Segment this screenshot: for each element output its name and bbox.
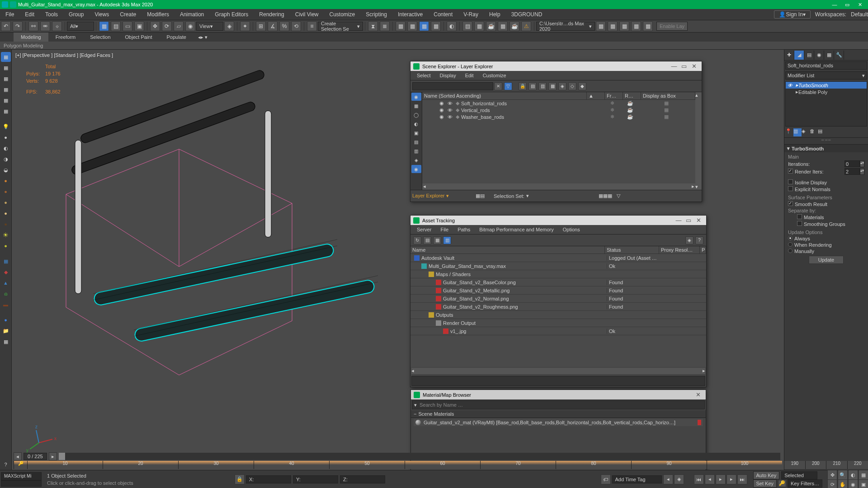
se-col-name[interactable]: Name (Sorted Ascending) xyxy=(422,92,587,99)
ribbon-expand-icon[interactable]: ◂▸ ▾ xyxy=(198,34,208,40)
update-button[interactable]: Update xyxy=(809,256,844,264)
se-filter-icon[interactable]: ▽ xyxy=(504,82,512,90)
at-row[interactable]: Guitar_Stand_v2_Metallic.pngFound xyxy=(410,286,706,295)
angle-snap[interactable]: ∡ xyxy=(268,21,278,31)
manip-button[interactable]: ✦ xyxy=(240,21,250,31)
se-col-frozen[interactable]: Fr… xyxy=(605,92,623,99)
se-fb4[interactable]: ▦ xyxy=(603,193,608,199)
at-row[interactable]: v1_.jpgOk xyxy=(410,327,706,335)
at-help-icon[interactable]: ? xyxy=(695,236,703,244)
se-filter-cam[interactable]: ▣ xyxy=(411,129,421,137)
modifier-list-dropdown[interactable]: Modifier List▾ xyxy=(785,71,867,80)
menu-help[interactable]: Help xyxy=(484,9,506,20)
se-row-0[interactable]: ◉👁◆Soft_horizontal_rods ❄☕▦ xyxy=(422,100,695,107)
at-row[interactable]: Guitar_Stand_v2_BaseColor.pngFound xyxy=(410,278,706,286)
at-menu-options[interactable]: Options xyxy=(558,226,585,233)
at-col-proxy[interactable]: Proxy Resol… xyxy=(659,246,700,253)
play-icon[interactable]: ▸ xyxy=(716,474,726,484)
sel-lock-icon[interactable]: ◈ xyxy=(674,474,684,484)
lt-sphere1[interactable]: ● xyxy=(1,176,11,186)
modify-tab[interactable]: ◢ xyxy=(794,51,804,60)
se-hscroll[interactable]: ◂▸ xyxy=(422,183,695,190)
vray-fb-button[interactable]: ▦ xyxy=(498,21,508,31)
mb-material-item[interactable]: Guitar_stand_v2_mat (VRayMtl) [Base_rod,… xyxy=(414,419,703,426)
menu-civil-view[interactable]: Civil View xyxy=(290,9,324,20)
render-iters-checkbox[interactable] xyxy=(788,169,793,174)
tb-x3[interactable]: ▦ xyxy=(619,21,629,31)
at-col-name[interactable]: Name xyxy=(410,246,605,253)
nav-zoom-ext-icon[interactable]: ▦ xyxy=(859,470,868,480)
at-refresh-icon[interactable]: ↻ xyxy=(413,236,421,244)
nav-pan2-icon[interactable]: ✋ xyxy=(838,479,848,488)
menu-3dground[interactable]: 3DGROUND xyxy=(506,9,548,20)
redo-button[interactable]: ↷ xyxy=(13,21,23,31)
nav-orbit-icon[interactable]: ⟳ xyxy=(827,479,837,488)
se-fb2[interactable]: ▤ xyxy=(480,193,485,199)
sun-icon[interactable]: ☀ xyxy=(1,230,11,240)
lt-select[interactable]: ▦ xyxy=(1,52,11,62)
tl-prev[interactable]: ◂ xyxy=(14,452,22,460)
at-tb3[interactable]: ▦ xyxy=(433,236,441,244)
edit-named-sel[interactable]: ≡ xyxy=(307,21,317,31)
se-tb3[interactable]: ▦ xyxy=(548,82,557,90)
lt-sphere4[interactable]: ● xyxy=(1,208,11,218)
at-row[interactable]: Render Output xyxy=(410,319,706,327)
nav-fov-icon[interactable]: ◐ xyxy=(848,470,858,480)
snap-toggle[interactable]: ⊞ xyxy=(256,21,266,31)
update-render-radio[interactable] xyxy=(788,242,793,247)
update-always-radio[interactable] xyxy=(788,236,793,240)
tab-selection[interactable]: Selection xyxy=(83,33,118,42)
filter-dropdown[interactable]: All ▾ xyxy=(67,22,94,31)
menu-customize[interactable]: Customize xyxy=(324,9,361,20)
key-icon[interactable]: 🔑 xyxy=(778,480,786,487)
at-min[interactable]: — xyxy=(674,217,684,224)
scene-explorer-min[interactable]: — xyxy=(669,63,679,70)
se-menu-customize[interactable]: Customize xyxy=(478,72,511,79)
lt-7[interactable]: ◐ xyxy=(1,143,11,153)
menu-tools[interactable]: Tools xyxy=(40,9,63,20)
tb-x5[interactable]: ▦ xyxy=(643,21,653,31)
lt-4[interactable]: ▦ xyxy=(1,95,11,105)
time-slider-handle[interactable] xyxy=(59,453,65,460)
lt-red[interactable]: ◆ xyxy=(1,267,11,277)
se-filter-light[interactable]: ◐ xyxy=(411,120,421,128)
iterations-spinner[interactable]: ▴▾ xyxy=(860,160,864,167)
at-menu-server[interactable]: Server xyxy=(412,226,436,233)
current-frame[interactable]: 0 / 225 xyxy=(24,453,47,460)
at-row[interactable]: Guitar_Stand_v2_Normal.pngFound xyxy=(410,295,706,303)
se-clear-search[interactable]: ✕ xyxy=(494,82,502,90)
sep-smoothing-checkbox[interactable] xyxy=(797,221,802,226)
close-button[interactable]: ✕ xyxy=(854,0,866,9)
select-button[interactable]: ▦ xyxy=(99,21,109,31)
se-fb1[interactable]: ▦ xyxy=(476,193,480,199)
curve-editor-button[interactable]: ▦ xyxy=(419,21,429,31)
smooth-result-checkbox[interactable] xyxy=(788,201,793,206)
lt-2[interactable]: ▦ xyxy=(1,74,11,84)
nav-walk-icon[interactable]: ◉ xyxy=(848,479,858,488)
pivot-button[interactable]: ◈ xyxy=(224,21,234,31)
se-filter-space[interactable]: ▥ xyxy=(411,147,421,155)
menu-vray[interactable]: V-Ray xyxy=(458,9,484,20)
project-path[interactable]: C:\Users\tr…ds Max 2020 ▾ xyxy=(536,22,595,31)
lt-sphere2[interactable]: ● xyxy=(1,187,11,197)
se-tb6[interactable]: ◆ xyxy=(578,82,586,90)
named-selection-dropdown[interactable]: Create Selection Se ▾ xyxy=(318,22,363,31)
vray-render-button[interactable]: ☕ xyxy=(509,21,519,31)
y-coord[interactable]: Y: xyxy=(293,475,338,483)
explicit-normals-checkbox[interactable] xyxy=(788,186,793,191)
se-menu-select[interactable]: Select xyxy=(412,72,435,79)
select-name-button[interactable]: ▤ xyxy=(111,21,121,31)
at-max[interactable]: ▭ xyxy=(684,217,693,224)
lt-6[interactable]: ● xyxy=(1,132,11,142)
menu-rendering[interactable]: Rendering xyxy=(254,9,289,20)
light-icon[interactable]: 💡 xyxy=(1,122,11,131)
spinner-snap[interactable]: ⟲ xyxy=(291,21,301,31)
motion-tab[interactable]: ◉ xyxy=(814,51,824,60)
asset-tracking-titlebar[interactable]: Asset Tracking — ▭ ✕ xyxy=(410,216,706,225)
goto-end-icon[interactable]: ⏭ xyxy=(737,474,747,484)
at-row[interactable]: Guitar_Stand_v2_Roughness.pngFound xyxy=(410,303,706,311)
menu-edit[interactable]: Edit xyxy=(19,9,40,20)
lt-8[interactable]: ◑ xyxy=(1,154,11,164)
mb-section-scene[interactable]: −Scene Materials xyxy=(411,410,706,418)
bind-button[interactable]: ⟐ xyxy=(52,21,62,31)
